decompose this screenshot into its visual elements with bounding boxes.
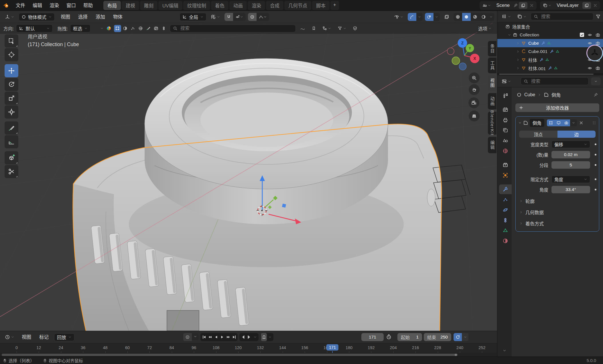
viewport-menu-item[interactable]: 物体: [109, 13, 126, 21]
sidebar-tab-BlenderKit[interactable]: BlenderKit: [488, 112, 496, 135]
shading-wireframe-button[interactable]: [454, 13, 462, 21]
snap-settings-dropdown[interactable]: [233, 13, 246, 21]
modifier-delete-button[interactable]: [579, 121, 584, 125]
play-button[interactable]: [219, 333, 225, 341]
properties-search[interactable]: [521, 77, 589, 85]
animate-dot[interactable]: [595, 178, 596, 180]
camera-view-button[interactable]: [468, 97, 479, 108]
modifier-render-toggle[interactable]: [562, 119, 570, 126]
axis-negy-handle[interactable]: [452, 57, 460, 65]
timeline-editor-type-button[interactable]: [3, 333, 16, 341]
shading-rendered-button[interactable]: [479, 13, 488, 21]
auto-keying-toggle[interactable]: [183, 333, 192, 341]
outliner-editor-type-button[interactable]: [500, 13, 513, 21]
section-header[interactable]: 着色方式: [518, 220, 596, 227]
outliner-row[interactable]: Collection: [497, 31, 603, 39]
viewport-search[interactable]: [170, 25, 296, 32]
filter-annotate-button[interactable]: [145, 25, 152, 32]
drag-dropdown[interactable]: 框选: [70, 24, 90, 32]
timeline-scrollbar[interactable]: [0, 353, 497, 357]
outliner-search[interactable]: [531, 13, 594, 20]
workspace-tab[interactable]: 纹理绘制: [183, 1, 210, 10]
tool-tweak-select[interactable]: [5, 34, 18, 48]
workspace-tab[interactable]: 雕刻: [140, 1, 157, 10]
play-reverse-button[interactable]: [213, 333, 219, 341]
outliner-display-mode-button[interactable]: [515, 13, 529, 21]
search-input[interactable]: [180, 25, 293, 31]
editor-type-button[interactable]: [3, 13, 16, 21]
breadcrumb-object[interactable]: Cube: [524, 92, 535, 97]
shading-material-button[interactable]: [471, 13, 479, 21]
outliner-row[interactable]: Cube: [497, 39, 603, 47]
filter-dropdown[interactable]: [336, 24, 348, 32]
bevel-tab-边[interactable]: 边: [557, 131, 596, 138]
props-tab-object-data[interactable]: [499, 226, 512, 235]
filter-icon[interactable]: [596, 14, 601, 19]
hierarchy-dropdown[interactable]: [320, 24, 333, 32]
props-tab-constraints[interactable]: [499, 215, 512, 225]
sidebar-tab-动画[interactable]: 动画: [488, 93, 496, 109]
field-dropdown[interactable]: 偏移: [551, 141, 590, 148]
filter-object-button[interactable]: [114, 25, 121, 32]
props-tab-object[interactable]: [499, 170, 512, 180]
outliner-row[interactable]: 柱体.001: [497, 64, 603, 72]
props-tab-modifiers[interactable]: [499, 184, 512, 194]
workspace-tab[interactable]: 布局: [103, 1, 121, 10]
sidebar-tab-编辑[interactable]: 编辑: [488, 137, 496, 153]
tool-measure[interactable]: [5, 135, 18, 148]
workspace-tab[interactable]: 建模: [122, 1, 139, 10]
step-dropdown[interactable]: [252, 333, 258, 341]
workspace-tab[interactable]: 合成: [266, 1, 283, 10]
sidebar-tab-工具[interactable]: 工具: [488, 58, 496, 73]
transform-orientation-dropdown[interactable]: 全局: [180, 13, 206, 21]
properties-editor-type-button[interactable]: [500, 77, 513, 85]
tool-transform[interactable]: [5, 105, 18, 119]
pin-icon[interactable]: [513, 3, 518, 8]
overlays-dropdown[interactable]: [433, 13, 440, 21]
top-menu-item[interactable]: 帮助: [80, 2, 96, 9]
playback-dropdown[interactable]: 回放: [54, 333, 74, 341]
ortho-toggle-button[interactable]: [469, 111, 480, 121]
xray-toggle[interactable]: [442, 13, 451, 21]
filter-constraints-button[interactable]: [160, 25, 168, 32]
section-header[interactable]: 几何数据: [518, 209, 596, 216]
jump-start-button[interactable]: [201, 333, 207, 341]
step-back-button[interactable]: [240, 333, 246, 341]
props-tab-scene[interactable]: [499, 136, 512, 145]
props-tab-output[interactable]: [499, 115, 512, 125]
gizmos-toggle[interactable]: [408, 13, 416, 21]
workspace-tab[interactable]: 着色: [211, 1, 228, 10]
props-tab-render[interactable]: [499, 105, 512, 115]
filter-world-button[interactable]: [137, 25, 144, 32]
pivot-point-dropdown[interactable]: [209, 13, 222, 21]
animate-dot[interactable]: [595, 164, 596, 166]
scene-unlink-button[interactable]: [528, 2, 535, 9]
stopwatch-icon-button[interactable]: [386, 334, 392, 341]
workspace-tab[interactable]: 几何节点: [284, 1, 311, 10]
top-menu-item[interactable]: 窗口: [63, 2, 80, 9]
falloff-dropdown[interactable]: [257, 13, 269, 21]
field-value[interactable]: 5: [551, 161, 590, 169]
workspace-tab[interactable]: +: [330, 1, 339, 10]
outliner-scrollbar[interactable]: [497, 73, 603, 75]
snap-toggle[interactable]: [224, 13, 233, 21]
filter-particles-button[interactable]: [129, 25, 137, 32]
top-menu-item[interactable]: 渲染: [46, 2, 63, 9]
visibility-dropdown[interactable]: [392, 13, 405, 21]
props-tab-world[interactable]: [499, 146, 512, 156]
field-value[interactable]: 33.4°: [551, 186, 590, 193]
bevel-tab-顶点[interactable]: 顶点: [519, 131, 557, 138]
props-tab-particles[interactable]: [499, 195, 512, 204]
viewlayer-copy-button[interactable]: [582, 2, 591, 9]
section-header[interactable]: 轮廓: [518, 198, 596, 204]
direction-dropdown[interactable]: 默认: [16, 24, 53, 32]
workspace-tab[interactable]: UV编辑: [158, 1, 182, 10]
tool-add-cube[interactable]: [5, 151, 18, 164]
outliner-search-input[interactable]: [541, 14, 590, 19]
viewport-menu-item[interactable]: 选择: [74, 13, 91, 21]
props-tab-view-layer[interactable]: [499, 125, 512, 135]
bookmark-button[interactable]: [310, 24, 318, 32]
timeline-menu-item[interactable]: 视图: [18, 333, 35, 341]
scene-browse-button[interactable]: [481, 3, 492, 8]
timeline-ruler[interactable]: 171 012243648607284961081201321441561681…: [0, 343, 497, 353]
